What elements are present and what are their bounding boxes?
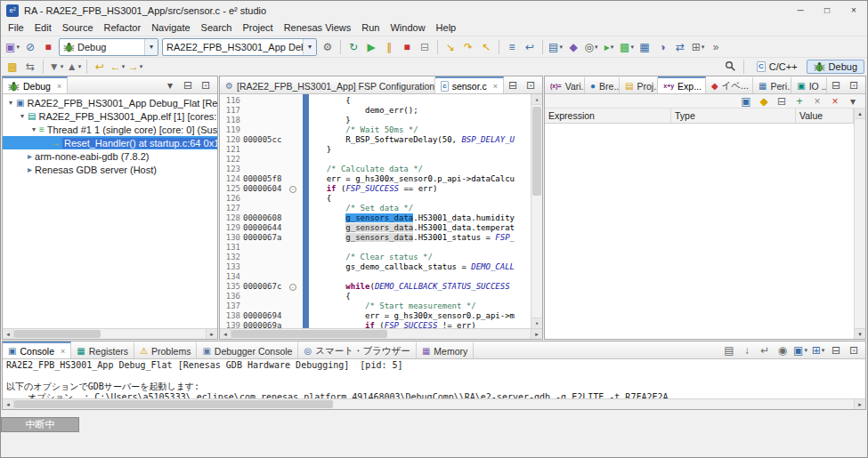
- tab-sensor-c[interactable]: csensor.c×: [435, 76, 504, 93]
- editor-line[interactable]: 127 /* Set data */: [220, 204, 542, 213]
- forward-icon[interactable]: →▾: [127, 59, 143, 75]
- horizontal-scrollbar[interactable]: ◂ ▸: [3, 398, 865, 409]
- pin-console-icon[interactable]: ◉: [775, 342, 791, 358]
- perspective-cpp-button[interactable]: CC/C++: [750, 60, 805, 74]
- maximize-view-icon[interactable]: ⊡: [523, 77, 539, 93]
- maximize-view-icon[interactable]: ⊡: [846, 342, 862, 358]
- scrollbar-track[interactable]: [531, 105, 542, 317]
- minimize-view-icon[interactable]: ⊟: [828, 342, 844, 358]
- new-wizard-icon[interactable]: ▣▾: [4, 39, 20, 55]
- scroll-left-icon[interactable]: ◂: [220, 329, 231, 339]
- editor-line[interactable]: 126 {: [220, 194, 542, 204]
- new-c-file-icon[interactable]: ▤▾: [548, 39, 564, 55]
- step-into-icon[interactable]: ↘: [442, 39, 458, 55]
- minimize-view-icon[interactable]: ⊟: [180, 77, 196, 93]
- editor-line[interactable]: 1300000067a g_sensors_data.HS3001_status…: [220, 233, 542, 243]
- editor-line[interactable]: 133 gs_demo_callback_status = DEMO_CALL: [220, 262, 542, 272]
- tab-io-registers[interactable]: ▣IO ...: [791, 76, 827, 93]
- scroll-right-icon[interactable]: ▸: [854, 399, 865, 409]
- show-type-names-icon[interactable]: ▣: [738, 93, 754, 109]
- show-logical-structures-icon[interactable]: ◆: [756, 93, 772, 109]
- chevron-down-icon[interactable]: ▾: [144, 39, 158, 55]
- open-perspective-icon[interactable]: ⊞▾: [690, 39, 706, 55]
- tree-expander-icon[interactable]: ▾: [18, 112, 27, 120]
- step-return-icon[interactable]: ↖: [478, 39, 494, 55]
- back-icon[interactable]: ←▾: [110, 59, 126, 75]
- tab-fsp-configuration[interactable]: ⚙[RA2E2_FPB_HS3001_App] FSP Configuratio…: [220, 76, 435, 93]
- scroll-left-icon[interactable]: ◂: [3, 329, 14, 339]
- maximize-view-icon[interactable]: ⊡: [846, 77, 862, 93]
- launch-config-combo[interactable]: RA2E2_FPB_HS3001_App Debug_F ▾: [162, 38, 317, 56]
- terminate-icon[interactable]: ■: [399, 39, 415, 55]
- tree-expander-icon[interactable]: ▾: [29, 125, 38, 133]
- next-annotation-icon[interactable]: ▼▾: [48, 59, 64, 75]
- tab-project-explorer[interactable]: ▤Proj...: [620, 76, 658, 93]
- editor-line[interactable]: 136 {: [220, 292, 542, 301]
- editor-line[interactable]: 123 /* Calculate data */: [220, 165, 542, 174]
- instruction-stepping-icon[interactable]: ≡: [504, 39, 520, 55]
- scrollbar-thumb[interactable]: [532, 107, 541, 196]
- drop-to-frame-icon[interactable]: ↩: [522, 39, 538, 55]
- editor-line[interactable]: 117 demo_err();: [220, 106, 542, 116]
- menu-navigate[interactable]: Navigate: [146, 20, 195, 35]
- tab-console[interactable]: ▣Console×: [3, 341, 71, 358]
- editor-line[interactable]: 12500000604- if (FSP_SUCCESS == err): [220, 184, 542, 194]
- tab-event-points[interactable]: ◆イベ...×: [706, 76, 753, 93]
- column-header-expression[interactable]: Expression: [545, 108, 671, 123]
- external-tools-icon[interactable]: ▸▾: [601, 39, 617, 55]
- debug-configurations-icon[interactable]: ⚙: [320, 39, 336, 55]
- view-menu-icon[interactable]: ▾: [845, 93, 861, 109]
- minimize-view-icon[interactable]: ⊟: [828, 77, 844, 93]
- scrollbar-thumb[interactable]: [14, 330, 101, 338]
- scroll-down-icon[interactable]: ▾: [531, 317, 542, 328]
- view-menu-icon[interactable]: ▾: [162, 77, 178, 93]
- menu-run[interactable]: Run: [356, 20, 385, 35]
- tab-registers[interactable]: ▦Registers: [71, 341, 134, 358]
- menu-renesas-views[interactable]: Renesas Views: [279, 20, 357, 35]
- remove-expression-icon[interactable]: ×: [809, 93, 825, 109]
- editor-line[interactable]: 12800000608 g_sensors_data.HS3001_data.h…: [220, 213, 542, 223]
- column-header-value[interactable]: Value: [796, 108, 854, 123]
- tree-expander-icon[interactable]: ▾: [6, 99, 15, 107]
- tree-item[interactable]: ▸Renesas GDB server (Host): [3, 163, 217, 176]
- debug-type-combo[interactable]: Debug ▾: [59, 38, 158, 56]
- minimize-button[interactable]: ─: [787, 1, 814, 20]
- editor-line[interactable]: 121 }: [220, 145, 542, 155]
- toggle-mark-occurrences-icon[interactable]: ▩: [4, 59, 20, 75]
- vertical-scrollbar[interactable]: ▴ ▾: [854, 108, 865, 339]
- maximize-view-icon[interactable]: ⊡: [198, 77, 214, 93]
- scrollbar-thumb[interactable]: [231, 330, 387, 338]
- display-selected-console-icon[interactable]: ▣▾: [792, 342, 808, 358]
- scroll-right-icon[interactable]: ▸: [206, 329, 217, 339]
- resume-icon[interactable]: ▶: [363, 39, 379, 55]
- remove-all-expressions-icon[interactable]: ×: [827, 93, 843, 109]
- perspective-debug-button[interactable]: Debug: [807, 60, 864, 74]
- maximize-button[interactable]: □: [814, 1, 840, 20]
- open-console-icon[interactable]: ⊞▾: [810, 342, 826, 358]
- editor-line[interactable]: 132 /* Clear status */: [220, 253, 542, 262]
- disconnect-icon[interactable]: ⊟: [417, 39, 433, 55]
- vertical-scrollbar[interactable]: ▴ ▾: [531, 94, 542, 328]
- column-header-type[interactable]: Type: [671, 108, 796, 123]
- tab-expressions[interactable]: x+yExp...×: [658, 76, 706, 93]
- close-button[interactable]: ×: [840, 1, 867, 20]
- horizontal-scrollbar[interactable]: ◂ ▸: [220, 328, 542, 339]
- scrollbar-track[interactable]: [14, 329, 206, 339]
- menu-edit[interactable]: Edit: [29, 20, 57, 35]
- editor-line[interactable]: 119 /* Wait 50ms */: [220, 125, 542, 135]
- clear-console-icon[interactable]: ▤: [721, 342, 737, 358]
- compare-icon[interactable]: ⇄: [672, 39, 688, 55]
- tab-peripherals[interactable]: ▦Peri...: [753, 76, 791, 93]
- memory-usage-icon[interactable]: ▦: [637, 39, 653, 55]
- editor-line[interactable]: 13800000694 err = g_hs300x_sensor0.p_api…: [220, 311, 542, 321]
- step-over-icon[interactable]: ↷: [460, 39, 476, 55]
- expressions-table-body[interactable]: [545, 124, 854, 339]
- editor-line[interactable]: 134: [220, 272, 542, 282]
- editor-line[interactable]: 122: [220, 155, 542, 165]
- tab-problems[interactable]: ⚠Problems: [134, 341, 197, 358]
- minimize-view-icon[interactable]: ⊟: [505, 77, 521, 93]
- scroll-lock-icon[interactable]: ↓: [739, 342, 755, 358]
- editor-line[interactable]: 116 {: [220, 96, 542, 106]
- editor-line[interactable]: 12900000644 g_sensors_data.HS3001_data.t…: [220, 223, 542, 233]
- menu-search[interactable]: Search: [196, 20, 238, 35]
